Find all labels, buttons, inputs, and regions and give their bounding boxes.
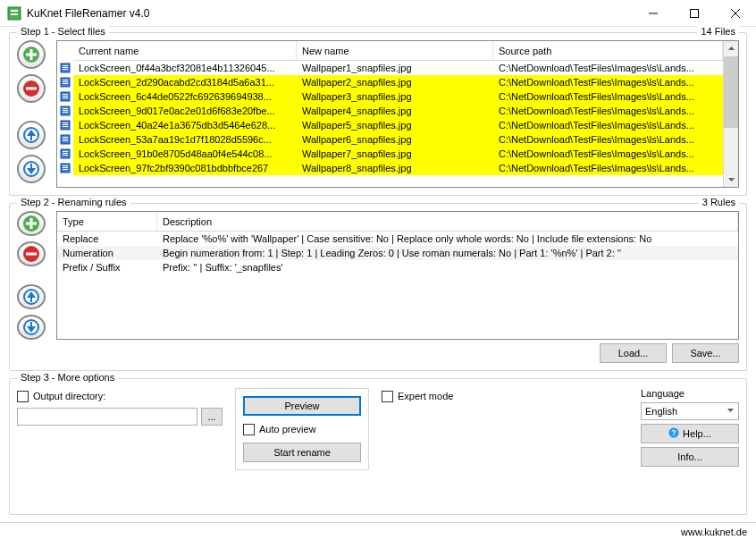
svg-rect-23 <box>63 94 68 95</box>
cell-source: C:\NetDownload\TestFiles\Images\ls\Lands… <box>493 77 723 88</box>
checkbox-icon <box>17 391 29 402</box>
cell-new: Wallpaper7_snapfiles.jpg <box>297 148 493 159</box>
files-table-header: Current name New name Source path <box>73 41 723 61</box>
files-scrollbar[interactable] <box>723 41 738 187</box>
language-combobox[interactable]: English <box>641 402 739 420</box>
svg-rect-25 <box>63 97 68 98</box>
svg-rect-36 <box>63 139 68 139</box>
cell-desc: Replace '%o%' with 'Wallpaper' | Case se… <box>157 233 738 244</box>
scroll-down-icon[interactable] <box>724 172 738 187</box>
col-type[interactable]: Type <box>57 212 157 231</box>
language-section: Language English ? Help... Info... <box>641 388 739 470</box>
move-rule-up-button[interactable] <box>17 284 46 309</box>
step3-group: Step 3 - More options Output directory: … <box>9 378 747 515</box>
col-source-path[interactable]: Source path <box>493 41 723 60</box>
minimize-button[interactable] <box>633 0 674 27</box>
info-button[interactable]: Info... <box>641 447 739 467</box>
svg-rect-1 <box>11 10 18 12</box>
svg-rect-33 <box>63 126 68 127</box>
output-directory-checkbox[interactable]: Output directory: <box>17 388 223 404</box>
scroll-up-icon[interactable] <box>724 41 738 56</box>
auto-preview-checkbox[interactable]: Auto preview <box>243 421 361 437</box>
step1-group: Step 1 - Select files 14 Files Current n… <box>9 32 747 196</box>
add-files-button[interactable] <box>17 40 46 69</box>
svg-rect-4 <box>691 9 699 17</box>
load-rules-button[interactable]: Load... <box>600 343 667 363</box>
col-current-name[interactable]: Current name <box>73 41 297 60</box>
svg-rect-48 <box>26 223 37 225</box>
svg-rect-11 <box>26 88 37 90</box>
svg-rect-27 <box>63 108 68 109</box>
col-description[interactable]: Description <box>157 212 738 231</box>
step2-buttons <box>17 211 49 340</box>
preview-section: Preview Auto preview Start rename <box>235 388 369 470</box>
help-label: Help... <box>683 428 711 439</box>
cell-new: Wallpaper8_snapfiles.jpg <box>297 163 493 173</box>
preview-button[interactable]: Preview <box>243 396 361 416</box>
step1-label: Step 1 - Select files <box>17 26 109 37</box>
window-title: KuKnet FileRenamer v4.0 <box>27 7 633 20</box>
move-file-down-button[interactable] <box>17 155 46 183</box>
browse-button[interactable]: ... <box>201 408 223 426</box>
file-icon <box>57 132 73 147</box>
maximize-button[interactable] <box>674 0 715 27</box>
file-icon <box>57 104 73 118</box>
table-row[interactable]: NumerationBegin numeration from: 1 | Ste… <box>57 246 738 260</box>
col-new-name[interactable]: New name <box>297 41 493 60</box>
step2-label: Step 2 - Renaming rules <box>17 197 130 207</box>
file-icon <box>57 118 73 132</box>
rules-table-body: ReplaceReplace '%o%' with 'Wallpaper' | … <box>57 232 738 274</box>
files-table[interactable]: Current name New name Source path LockSc… <box>56 40 739 188</box>
remove-files-button[interactable] <box>17 74 46 103</box>
expert-mode-label: Expert mode <box>398 391 453 401</box>
svg-rect-20 <box>63 81 68 82</box>
svg-rect-24 <box>63 96 68 97</box>
svg-rect-41 <box>63 155 68 156</box>
save-rules-button[interactable]: Save... <box>672 343 739 363</box>
svg-rect-29 <box>63 112 68 113</box>
add-rule-button[interactable] <box>17 211 46 236</box>
rules-table[interactable]: Type Description ReplaceReplace '%o%' wi… <box>56 211 739 340</box>
table-row[interactable]: LockScreen_91b0e8705d48aa0f4e544c08...Wa… <box>73 147 723 161</box>
scroll-thumb[interactable] <box>724 56 738 128</box>
table-row[interactable]: LockScreen_97fc2bf9390c081bdbbfbce267Wal… <box>73 161 723 175</box>
cell-new: Wallpaper1_snapfiles.jpg <box>297 63 493 73</box>
svg-rect-35 <box>63 137 68 138</box>
statusbar-url: www.kuknet.de <box>681 527 747 537</box>
help-button[interactable]: ? Help... <box>641 424 739 443</box>
svg-rect-39 <box>63 151 68 152</box>
cell-type: Prefix / Suffix <box>57 262 157 273</box>
move-rule-down-button[interactable] <box>17 315 46 340</box>
cell-current: LockScreen_40a24e1a3675db3d5464e628... <box>73 120 297 131</box>
chevron-down-icon <box>727 406 735 417</box>
table-row[interactable]: LockScreen_6c44de0522fc692639694938...Wa… <box>73 89 723 104</box>
svg-rect-50 <box>26 253 37 256</box>
table-row[interactable]: ReplaceReplace '%o%' with 'Wallpaper' | … <box>57 232 738 246</box>
output-directory-input[interactable] <box>17 408 197 426</box>
svg-rect-40 <box>63 153 68 154</box>
svg-rect-31 <box>63 122 68 123</box>
expert-mode-checkbox[interactable]: Expert mode <box>382 388 628 404</box>
move-file-up-button[interactable] <box>17 121 46 149</box>
table-row[interactable]: LockScreen_0f44a3bcf32081e4b11326045...W… <box>73 61 723 75</box>
svg-rect-16 <box>63 67 68 68</box>
cell-source: C:\NetDownload\TestFiles\Images\ls\Lands… <box>493 120 723 131</box>
file-icon-column <box>57 41 73 187</box>
start-rename-button[interactable]: Start rename <box>243 443 361 462</box>
close-button[interactable] <box>715 0 756 27</box>
help-icon: ? <box>668 427 679 440</box>
table-row[interactable]: LockScreen_9d017e0ac2e01d6f683e20fbe...W… <box>73 104 723 118</box>
cell-source: C:\NetDownload\TestFiles\Images\ls\Lands… <box>493 63 723 73</box>
checkbox-icon <box>382 391 393 402</box>
step3-label: Step 3 - More options <box>17 372 118 383</box>
table-row[interactable]: LockScreen_40a24e1a3675db3d5464e628...Wa… <box>73 118 723 132</box>
cell-current: LockScreen_2d290acabd2cd3184d5a6a31... <box>73 77 297 88</box>
svg-text:?: ? <box>671 428 676 437</box>
rules-table-header: Type Description <box>57 212 738 232</box>
table-row[interactable]: LockScreen_2d290acabd2cd3184d5a6a31...Wa… <box>73 75 723 89</box>
table-row[interactable]: Prefix / SuffixPrefix: '' | Suffix: '_sn… <box>57 260 738 274</box>
output-directory-section: Output directory: ... <box>17 388 223 470</box>
remove-rule-button[interactable] <box>17 241 46 266</box>
table-row[interactable]: LockScreen_53a7aa19c1d7f18028d5596c...Wa… <box>73 132 723 147</box>
cell-desc: Prefix: '' | Suffix: '_snapfiles' <box>157 262 738 273</box>
